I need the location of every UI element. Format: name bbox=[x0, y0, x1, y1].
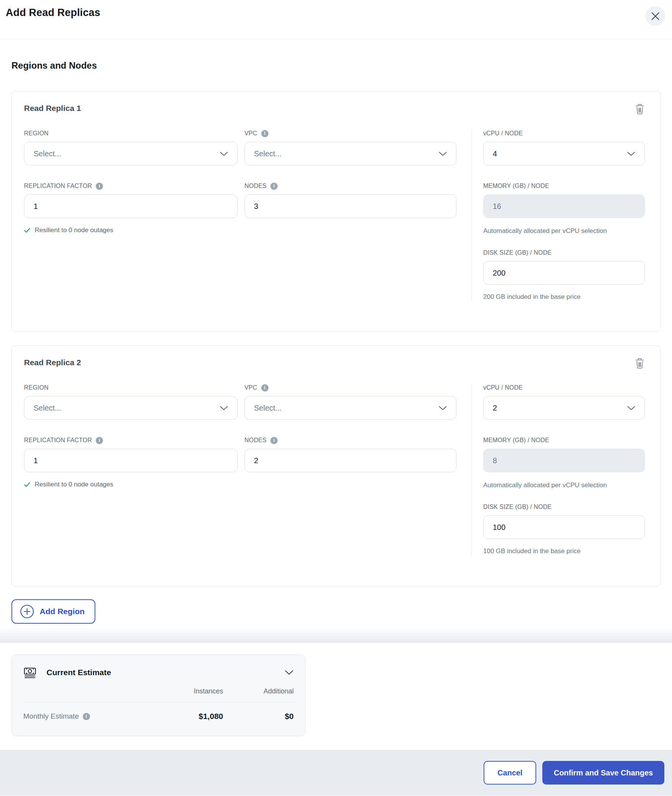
memory-field: MEMORY (GB) / NODE Automatically allocat… bbox=[483, 437, 645, 490]
disk-size-input[interactable] bbox=[483, 515, 645, 539]
disk-size-label: DISK SIZE (GB) / NODE bbox=[483, 249, 551, 256]
modal-footer: Cancel Confirm and Save Changes bbox=[0, 750, 672, 796]
monthly-estimate-additional-value: $0 bbox=[223, 712, 294, 721]
confirm-save-button[interactable]: Confirm and Save Changes bbox=[542, 761, 664, 785]
chevron-down-icon bbox=[220, 406, 228, 411]
check-icon bbox=[24, 228, 30, 233]
chevron-down-icon bbox=[220, 151, 228, 156]
region-select[interactable]: Select... bbox=[24, 142, 238, 165]
disk-size-label: DISK SIZE (GB) / NODE bbox=[483, 504, 551, 510]
monthly-estimate-row: Monthly Estimate i $1,080 $0 bbox=[23, 703, 294, 721]
estimate-section: Current Estimate Instances Additional Mo… bbox=[0, 643, 672, 736]
monthly-estimate-label: Monthly Estimate bbox=[23, 712, 79, 721]
vpc-field: VPCi Select... bbox=[244, 130, 457, 165]
modal-title: Add Read Replicas bbox=[6, 6, 100, 19]
vcpu-label: vCPU / NODE bbox=[483, 130, 523, 137]
nodes-input[interactable] bbox=[244, 449, 457, 472]
close-button[interactable] bbox=[645, 6, 665, 26]
region-field: REGION Select... bbox=[24, 130, 238, 165]
disk-size-input[interactable] bbox=[483, 261, 645, 285]
replication-factor-label: REPLICATION FACTOR bbox=[24, 183, 92, 189]
memory-label: MEMORY (GB) / NODE bbox=[483, 437, 549, 444]
disk-helper-text: 200 GB included in the base price bbox=[483, 292, 645, 302]
nodes-input[interactable] bbox=[244, 194, 457, 218]
nodes-field: NODESi bbox=[244, 182, 457, 218]
add-read-replicas-modal: Add Read Replicas Regions and Nodes Read… bbox=[0, 0, 672, 796]
vpc-label: VPC bbox=[244, 130, 257, 137]
disk-helper-text: 100 GB included in the base price bbox=[483, 546, 645, 556]
cancel-button[interactable]: Cancel bbox=[484, 761, 536, 785]
chevron-down-icon bbox=[627, 406, 635, 411]
replica-title: Read Replica 1 bbox=[24, 103, 81, 114]
monthly-estimate-instances-value: $1,080 bbox=[158, 712, 223, 721]
chevron-down-icon bbox=[627, 151, 635, 156]
memory-input bbox=[483, 449, 645, 472]
vpc-label: VPC bbox=[244, 384, 257, 391]
close-icon bbox=[651, 12, 660, 21]
memory-helper-text: Automatically allocated per vCPU selecti… bbox=[483, 226, 645, 236]
vpc-field: VPCi Select... bbox=[244, 384, 457, 420]
check-icon bbox=[24, 482, 30, 487]
trash-icon bbox=[635, 103, 645, 115]
delete-replica-button[interactable] bbox=[634, 103, 646, 115]
info-icon[interactable]: i bbox=[261, 384, 268, 392]
vcpu-label: vCPU / NODE bbox=[483, 384, 523, 391]
nodes-label: NODES bbox=[244, 437, 267, 444]
nodes-field: NODESi bbox=[244, 437, 457, 472]
resilience-note: Resilient to 0 node outages bbox=[24, 481, 238, 488]
chevron-down-icon bbox=[439, 406, 447, 411]
vpc-select[interactable]: Select... bbox=[244, 396, 457, 420]
vpc-select[interactable]: Select... bbox=[244, 142, 457, 165]
region-label: REGION bbox=[24, 384, 48, 391]
vcpu-select-value: 2 bbox=[493, 404, 497, 412]
vcpu-select[interactable]: 4 bbox=[483, 142, 645, 165]
memory-label: MEMORY (GB) / NODE bbox=[483, 183, 549, 189]
region-select[interactable]: Select... bbox=[24, 396, 238, 420]
replica-title: Read Replica 2 bbox=[24, 357, 81, 368]
info-icon[interactable]: i bbox=[270, 437, 278, 444]
region-field: REGION Select... bbox=[24, 384, 238, 420]
region-select-placeholder: Select... bbox=[34, 404, 61, 412]
vcpu-select-value: 4 bbox=[493, 149, 497, 158]
estimate-title: Current Estimate bbox=[47, 668, 111, 677]
vertical-divider bbox=[471, 384, 472, 556]
vpc-select-placeholder: Select... bbox=[254, 404, 281, 412]
replication-factor-input[interactable] bbox=[24, 449, 238, 472]
read-replica-card-2: Read Replica 2 REGION Select... VPCi bbox=[11, 345, 661, 586]
replication-factor-field: REPLICATION FACTORi bbox=[24, 437, 238, 472]
column-header-instances: Instances bbox=[158, 687, 223, 695]
vcpu-field: vCPU / NODE 4 bbox=[483, 130, 645, 165]
add-region-label: Add Region bbox=[40, 607, 85, 616]
info-icon[interactable]: i bbox=[270, 183, 278, 190]
replication-factor-label: REPLICATION FACTOR bbox=[24, 437, 92, 444]
trash-icon bbox=[635, 357, 645, 369]
modal-header: Add Read Replicas bbox=[0, 0, 672, 40]
vcpu-select[interactable]: 2 bbox=[483, 396, 645, 420]
replication-factor-field: REPLICATION FACTORi bbox=[24, 182, 238, 218]
current-estimate-card: Current Estimate Instances Additional Mo… bbox=[11, 655, 305, 736]
vpc-select-placeholder: Select... bbox=[254, 149, 281, 158]
replication-factor-input[interactable] bbox=[24, 194, 238, 218]
chevron-down-icon bbox=[439, 151, 447, 156]
info-icon[interactable]: i bbox=[96, 183, 103, 190]
column-header-additional: Additional bbox=[223, 687, 294, 695]
vcpu-field: vCPU / NODE 2 bbox=[483, 384, 645, 420]
info-icon[interactable]: i bbox=[83, 713, 90, 720]
info-icon[interactable]: i bbox=[96, 437, 103, 444]
add-region-button[interactable]: Add Region bbox=[11, 599, 95, 624]
memory-helper-text: Automatically allocated per vCPU selecti… bbox=[483, 480, 645, 490]
read-replica-card-1: Read Replica 1 REGION Select... VPCi bbox=[11, 91, 661, 332]
plus-circle-icon bbox=[20, 604, 34, 619]
disk-size-field: DISK SIZE (GB) / NODE 200 GB included in… bbox=[483, 249, 645, 302]
resilience-note-text: Resilient to 0 node outages bbox=[35, 481, 113, 488]
info-icon[interactable]: i bbox=[261, 130, 268, 137]
collapse-chevron-icon[interactable] bbox=[285, 670, 294, 675]
estimate-column-headers: Instances Additional bbox=[23, 687, 294, 695]
region-label: REGION bbox=[24, 130, 48, 137]
section-heading: Regions and Nodes bbox=[11, 60, 661, 71]
delete-replica-button[interactable] bbox=[634, 357, 646, 369]
resilience-note-text: Resilient to 0 node outages bbox=[35, 226, 113, 234]
resilience-note: Resilient to 0 node outages bbox=[24, 226, 238, 234]
region-select-placeholder: Select... bbox=[34, 149, 61, 158]
banknote-icon bbox=[23, 666, 37, 679]
